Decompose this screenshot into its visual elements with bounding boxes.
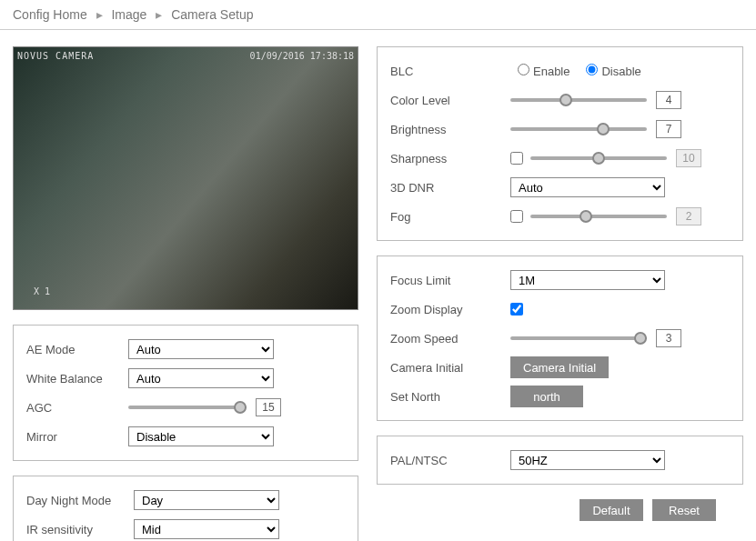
- agc-value: 15: [256, 398, 281, 416]
- color-level-label: Color Level: [390, 94, 510, 107]
- camera-initial-label: Camera Initial: [390, 361, 510, 375]
- fog-value: 2: [676, 207, 701, 225]
- sharpness-checkbox[interactable]: [510, 152, 523, 165]
- fog-checkbox[interactable]: [510, 210, 523, 223]
- zoom-speed-value: 3: [656, 329, 681, 347]
- blc-disable-radio[interactable]: [586, 64, 598, 75]
- set-north-button[interactable]: north: [510, 386, 583, 407]
- footer-buttons: Default Reset: [377, 499, 743, 521]
- color-level-slider[interactable]: [510, 98, 647, 102]
- image-panel: BLC Enable Disable Color Level 4 Brightn…: [377, 46, 743, 241]
- exposure-panel: AE Mode Auto White Balance Auto AGC 15 M…: [13, 325, 358, 461]
- mirror-label: Mirror: [26, 430, 128, 444]
- overlay-camera-name: NOVUS CAMERA: [17, 51, 94, 61]
- sharpness-label: Sharpness: [390, 152, 510, 165]
- brightness-slider[interactable]: [510, 127, 647, 131]
- focus-limit-select[interactable]: 1M: [510, 270, 665, 290]
- pal-ntsc-panel: PAL/NTSC 50HZ: [377, 436, 743, 485]
- fog-label: Fog: [390, 210, 510, 224]
- color-level-value: 4: [656, 91, 681, 109]
- zoom-display-checkbox[interactable]: [510, 303, 523, 316]
- day-night-select[interactable]: Day: [134, 490, 279, 510]
- zoom-speed-slider[interactable]: [510, 336, 647, 340]
- ae-mode-label: AE Mode: [26, 343, 128, 356]
- blc-label: BLC: [390, 65, 510, 78]
- sharpness-slider[interactable]: [530, 156, 667, 160]
- set-north-label: Set North: [390, 390, 510, 404]
- focus-limit-label: Focus Limit: [390, 274, 510, 287]
- ir-sensitivity-label: IR sensitivity: [26, 523, 134, 536]
- zoom-speed-label: Zoom Speed: [390, 332, 510, 346]
- breadcrumb-image[interactable]: Image: [111, 7, 146, 22]
- ir-sensitivity-select[interactable]: Mid: [134, 519, 279, 539]
- day-night-panel: Day Night Mode Day IR sensitivity Mid: [13, 476, 358, 541]
- mirror-select[interactable]: Disable: [128, 426, 274, 446]
- brightness-label: Brightness: [390, 123, 510, 136]
- overlay-zoom: X 1: [34, 286, 50, 296]
- breadcrumb: Config Home ▸ Image ▸ Camera Setup: [0, 0, 756, 30]
- overlay-timestamp: 01/09/2016 17:38:18: [250, 51, 354, 61]
- blc-enable-label: Enable: [533, 65, 570, 78]
- reset-button[interactable]: Reset: [652, 499, 716, 521]
- breadcrumb-camera-setup[interactable]: Camera Setup: [171, 7, 253, 22]
- sharpness-value: 10: [676, 149, 701, 167]
- camera-preview: NOVUS CAMERA 01/09/2016 17:38:18 X 1: [13, 46, 358, 310]
- white-balance-select[interactable]: Auto: [128, 368, 274, 388]
- fog-slider[interactable]: [530, 215, 667, 218]
- agc-slider[interactable]: [128, 406, 247, 409]
- breadcrumb-config-home[interactable]: Config Home: [13, 7, 87, 22]
- camera-initial-button[interactable]: Camera Initial: [510, 356, 609, 378]
- blc-disable-label: Disable: [601, 65, 640, 78]
- dnr-label: 3D DNR: [390, 181, 510, 195]
- day-night-label: Day Night Mode: [26, 494, 134, 507]
- white-balance-label: White Balance: [26, 372, 128, 386]
- pal-ntsc-label: PAL/NTSC: [390, 454, 510, 467]
- brightness-value: 7: [656, 120, 681, 138]
- dnr-select[interactable]: Auto: [510, 177, 665, 197]
- blc-enable-radio[interactable]: [518, 64, 529, 75]
- chevron-right-icon: ▸: [156, 7, 162, 22]
- ae-mode-select[interactable]: Auto: [128, 339, 274, 359]
- focus-zoom-panel: Focus Limit 1M Zoom Display Zoom Speed 3…: [377, 255, 743, 421]
- chevron-right-icon: ▸: [96, 7, 103, 22]
- zoom-display-label: Zoom Display: [390, 303, 510, 316]
- pal-ntsc-select[interactable]: 50HZ: [510, 450, 665, 470]
- default-button[interactable]: Default: [580, 499, 643, 521]
- agc-label: AGC: [26, 401, 128, 415]
